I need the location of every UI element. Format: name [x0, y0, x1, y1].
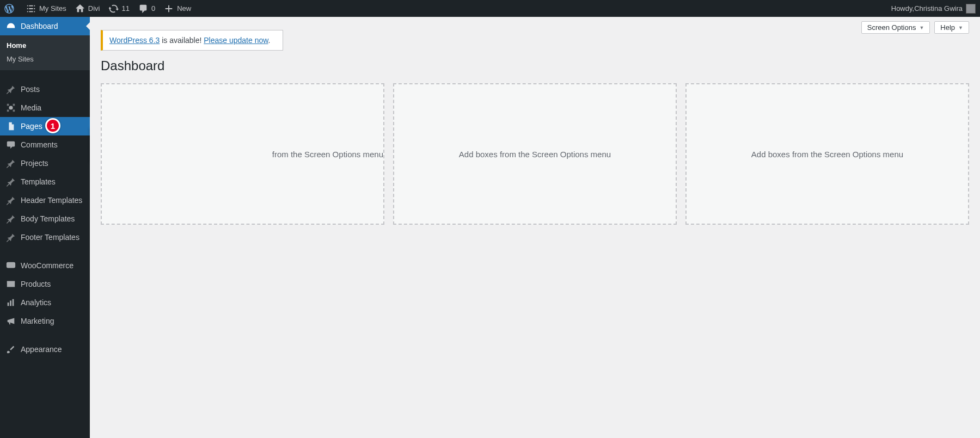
media-icon [5, 103, 16, 113]
products-icon [5, 279, 16, 289]
sidebar-item-appearance[interactable]: Appearance [0, 340, 90, 359]
sidebar-item-label: Pages [21, 122, 42, 131]
sidebar-item-label: Footer Templates [21, 233, 79, 242]
wordpress-icon [4, 4, 14, 14]
sidebar-item-label: Projects [21, 159, 48, 168]
new-content-menu[interactable]: New [160, 0, 195, 17]
svg-rect-3 [7, 281, 15, 283]
sidebar-item-label: Products [21, 280, 51, 288]
sidebar-item-label: WooCommerce [21, 261, 74, 270]
screen-meta-links: Screen Options▼ Help▼ [861, 21, 969, 34]
howdy-prefix: Howdy, [891, 4, 914, 13]
sidebar-item-label: Marketing [21, 317, 54, 325]
sidebar-item-header-templates[interactable]: Header Templates [0, 191, 90, 209]
dashboard-submenu: Home My Sites [0, 35, 90, 70]
submenu-my-sites[interactable]: My Sites [0, 52, 90, 66]
svg-rect-5 [10, 300, 11, 306]
widget-placeholder: from the Screen Options menu [101, 83, 384, 225]
svg-point-0 [9, 106, 13, 109]
sidebar-item-templates[interactable]: Templates [0, 172, 90, 191]
avatar [966, 4, 976, 14]
admin-toolbar: My Sites Divi 11 0 New Howdy, Christina … [0, 0, 980, 17]
site-name-label: Divi [88, 4, 100, 13]
placeholder-text: Add boxes from the Screen Options menu [459, 150, 611, 159]
svg-rect-4 [8, 303, 9, 306]
svg-rect-6 [13, 299, 14, 306]
widget-placeholder: Add boxes from the Screen Options menu [393, 83, 677, 225]
pin-icon [5, 84, 16, 94]
pin-icon [5, 195, 16, 205]
megaphone-icon [5, 316, 16, 326]
sidebar-item-footer-templates[interactable]: Footer Templates [0, 228, 90, 246]
pin-icon [5, 214, 16, 224]
content-area: Screen Options▼ Help▼ WordPress 6.3 is a… [90, 17, 980, 438]
analytics-icon [5, 298, 16, 307]
help-button[interactable]: Help▼ [934, 21, 969, 34]
sidebar-item-comments[interactable]: Comments [0, 135, 90, 154]
sidebar-item-marketing[interactable]: Marketing [0, 312, 90, 330]
comment-icon [5, 140, 16, 150]
notice-version-link[interactable]: WordPress 6.3 [109, 36, 160, 45]
submenu-home[interactable]: Home [0, 39, 90, 52]
network-icon [26, 4, 36, 14]
updates-menu[interactable]: 11 [105, 0, 134, 17]
comments-menu[interactable]: 0 [134, 0, 160, 17]
sidebar-item-projects[interactable]: Projects [0, 154, 90, 172]
sidebar-item-label: Dashboard [21, 22, 58, 30]
annotation-1: 1 [45, 118, 60, 133]
site-name-menu[interactable]: Divi [71, 0, 105, 17]
sidebar-item-woocommerce[interactable]: WooCommerce [0, 256, 90, 275]
home-icon [75, 4, 85, 14]
dashboard-icon [5, 21, 16, 31]
dashboard-widgets: from the Screen Options menu Add boxes f… [101, 83, 969, 225]
sidebar-item-label: Header Templates [21, 196, 82, 205]
update-icon [109, 4, 119, 14]
wp-logo[interactable] [0, 0, 22, 17]
screen-options-button[interactable]: Screen Options▼ [861, 21, 930, 34]
my-sites-menu[interactable]: My Sites [22, 0, 71, 17]
admin-sidebar: Dashboard Home My Sites Posts Media Page… [0, 17, 90, 438]
sidebar-item-label: Comments [21, 140, 58, 149]
widget-placeholder: Add boxes from the Screen Options menu [685, 83, 969, 225]
chevron-down-icon: ▼ [958, 25, 963, 30]
pages-icon [5, 121, 16, 131]
sidebar-item-label: Media [21, 103, 41, 112]
brush-icon [5, 344, 16, 354]
notice-text-end: . [268, 36, 271, 45]
sidebar-item-analytics[interactable]: Analytics [0, 293, 90, 312]
svg-rect-1 [7, 262, 15, 268]
new-content-label: New [177, 4, 191, 13]
sidebar-item-media[interactable]: Media [0, 98, 90, 117]
pin-icon [5, 158, 16, 168]
placeholder-text: Add boxes from the Screen Options menu [751, 150, 903, 159]
notice-update-link[interactable]: Please update now [204, 36, 268, 45]
screen-options-label: Screen Options [867, 23, 916, 32]
sidebar-item-label: Posts [21, 85, 40, 94]
comment-icon [138, 4, 148, 14]
chevron-down-icon: ▼ [919, 25, 924, 30]
sidebar-item-body-templates[interactable]: Body Templates [0, 209, 90, 228]
my-sites-label: My Sites [39, 4, 66, 13]
sidebar-item-pages[interactable]: Pages 1 [0, 117, 90, 135]
notice-text-mid: is available! [160, 36, 204, 45]
placeholder-text: from the Screen Options menu [102, 150, 383, 159]
update-notice: WordPress 6.3 is available! Please updat… [101, 30, 283, 51]
help-label: Help [940, 23, 955, 32]
woo-icon [5, 261, 16, 270]
sidebar-item-posts[interactable]: Posts [0, 80, 90, 98]
comments-count: 0 [151, 4, 155, 13]
pin-icon [5, 232, 16, 242]
sidebar-item-products[interactable]: Products [0, 275, 90, 293]
updates-count: 11 [122, 4, 130, 13]
sidebar-item-label: Templates [21, 177, 56, 186]
page-title: Dashboard [101, 58, 969, 73]
plus-icon [164, 4, 174, 14]
sidebar-item-label: Appearance [21, 345, 62, 354]
sidebar-item-dashboard[interactable]: Dashboard [0, 17, 90, 35]
sidebar-item-label: Body Templates [21, 214, 75, 223]
pin-icon [5, 177, 16, 187]
account-menu[interactable]: Howdy, Christina Gwira [887, 0, 980, 17]
user-name: Christina Gwira [914, 4, 963, 13]
sidebar-item-label: Analytics [21, 298, 51, 307]
